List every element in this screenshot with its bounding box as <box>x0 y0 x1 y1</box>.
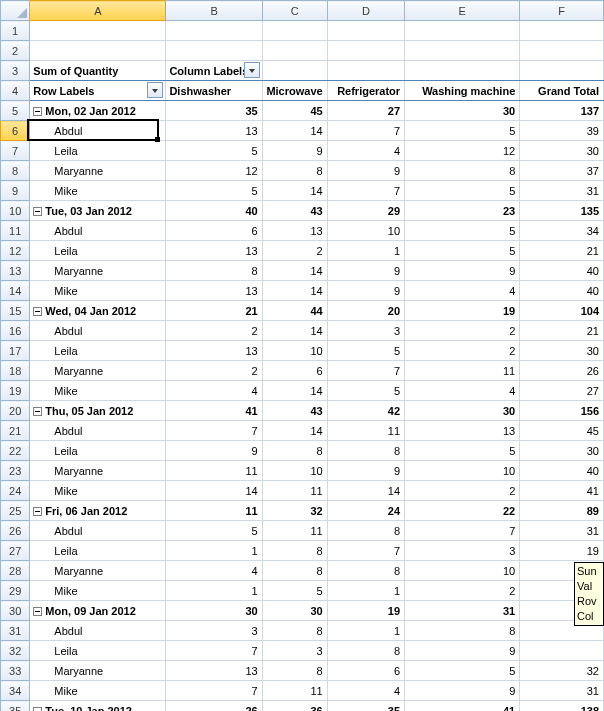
pivot-value[interactable]: 8 <box>405 161 520 181</box>
pivot-value[interactable]: 135 <box>520 201 604 221</box>
pivot-value[interactable]: 89 <box>520 501 604 521</box>
pivot-child-row[interactable]: Abdul <box>30 221 166 241</box>
pivot-value[interactable]: 104 <box>520 301 604 321</box>
collapse-icon[interactable] <box>33 207 42 216</box>
row-header[interactable]: 25 <box>1 501 30 521</box>
pivot-value[interactable]: 27 <box>327 101 404 121</box>
pivot-value[interactable]: 19 <box>327 601 404 621</box>
pivot-value[interactable]: 11 <box>262 681 327 701</box>
pivot-value[interactable]: 7 <box>166 421 262 441</box>
pivot-value[interactable]: 13 <box>262 221 327 241</box>
pivot-value[interactable]: 13 <box>166 341 262 361</box>
pivot-column-label[interactable]: Microwave <box>262 81 327 101</box>
pivot-value[interactable]: 9 <box>327 461 404 481</box>
pivot-value[interactable]: 8 <box>262 441 327 461</box>
pivot-value[interactable]: 5 <box>166 521 262 541</box>
row-header[interactable]: 32 <box>1 641 30 661</box>
row-header[interactable]: 11 <box>1 221 30 241</box>
pivot-value[interactable]: 26 <box>520 361 604 381</box>
pivot-child-row[interactable]: Abdul <box>30 521 166 541</box>
pivot-group-row[interactable]: Fri, 06 Jan 2012 <box>30 501 166 521</box>
cell[interactable] <box>30 21 166 41</box>
row-header[interactable]: 5 <box>1 101 30 121</box>
cell[interactable] <box>262 61 327 81</box>
cell[interactable] <box>327 61 404 81</box>
pivot-value[interactable]: 10 <box>405 461 520 481</box>
pivot-value[interactable]: 8 <box>327 521 404 541</box>
pivot-value[interactable]: 9 <box>166 441 262 461</box>
col-header-A[interactable]: A <box>30 1 166 21</box>
collapse-icon[interactable] <box>33 607 42 616</box>
pivot-value[interactable]: 39 <box>520 121 604 141</box>
pivot-value[interactable]: 8 <box>262 561 327 581</box>
row-header[interactable]: 16 <box>1 321 30 341</box>
row-header[interactable]: 26 <box>1 521 30 541</box>
row-header[interactable]: 30 <box>1 601 30 621</box>
pivot-child-row[interactable]: Abdul <box>30 621 166 641</box>
pivot-value[interactable]: 10 <box>262 461 327 481</box>
pivot-child-row[interactable]: Leila <box>30 241 166 261</box>
pivot-column-label[interactable]: Grand Total <box>520 81 604 101</box>
pivot-value[interactable]: 14 <box>262 181 327 201</box>
pivot-value[interactable]: 3 <box>166 621 262 641</box>
pivot-value[interactable]: 4 <box>405 381 520 401</box>
pivot-value[interactable]: 19 <box>520 541 604 561</box>
pivot-column-labels[interactable]: Column Labels <box>166 61 262 81</box>
cell[interactable] <box>405 21 520 41</box>
pivot-value[interactable]: 7 <box>327 121 404 141</box>
pivot-value[interactable]: 1 <box>327 581 404 601</box>
pivot-value[interactable]: 2 <box>405 581 520 601</box>
pivot-value[interactable]: 5 <box>262 581 327 601</box>
pivot-value[interactable]: 40 <box>520 281 604 301</box>
row-header[interactable]: 22 <box>1 441 30 461</box>
pivot-value[interactable]: 11 <box>166 501 262 521</box>
pivot-value[interactable]: 8 <box>166 261 262 281</box>
row-header[interactable]: 20 <box>1 401 30 421</box>
row-header[interactable]: 34 <box>1 681 30 701</box>
cell[interactable] <box>405 41 520 61</box>
pivot-value[interactable]: 6 <box>166 221 262 241</box>
pivot-value[interactable]: 2 <box>262 241 327 261</box>
row-header[interactable]: 13 <box>1 261 30 281</box>
pivot-value[interactable]: 5 <box>405 441 520 461</box>
pivot-group-row[interactable]: Mon, 09 Jan 2012 <box>30 601 166 621</box>
pivot-child-row[interactable]: Maryanne <box>30 361 166 381</box>
pivot-value[interactable]: 44 <box>262 301 327 321</box>
filter-dropdown-icon[interactable] <box>244 62 260 78</box>
pivot-child-row[interactable]: Mike <box>30 581 166 601</box>
pivot-value[interactable]: 8 <box>327 441 404 461</box>
pivot-child-row[interactable]: Maryanne <box>30 561 166 581</box>
row-header[interactable]: 27 <box>1 541 30 561</box>
pivot-value[interactable]: 9 <box>405 681 520 701</box>
pivot-value[interactable]: 11 <box>405 361 520 381</box>
pivot-value[interactable]: 11 <box>327 421 404 441</box>
pivot-value[interactable]: 26 <box>166 701 262 712</box>
pivot-value[interactable]: 137 <box>520 101 604 121</box>
pivot-child-row[interactable]: Mike <box>30 481 166 501</box>
pivot-group-row[interactable]: Thu, 05 Jan 2012 <box>30 401 166 421</box>
pivot-value[interactable]: 30 <box>520 341 604 361</box>
cell[interactable] <box>520 21 604 41</box>
pivot-value[interactable]: 40 <box>166 201 262 221</box>
pivot-value[interactable]: 40 <box>520 461 604 481</box>
row-header[interactable]: 19 <box>1 381 30 401</box>
pivot-value[interactable]: 30 <box>166 601 262 621</box>
pivot-value[interactable]: 13 <box>405 421 520 441</box>
spreadsheet-viewport[interactable]: A B C D E F 123Sum of QuantityColumn Lab… <box>0 0 604 711</box>
pivot-value[interactable]: 4 <box>166 381 262 401</box>
select-all-corner[interactable] <box>1 1 30 21</box>
collapse-icon[interactable] <box>33 507 42 516</box>
pivot-column-label[interactable]: Refrigerator <box>327 81 404 101</box>
pivot-group-row[interactable]: Mon, 02 Jan 2012 <box>30 101 166 121</box>
pivot-value[interactable]: 30 <box>262 601 327 621</box>
column-header-row[interactable]: A B C D E F <box>1 1 604 21</box>
pivot-value[interactable]: 31 <box>520 181 604 201</box>
pivot-value[interactable]: 5 <box>166 141 262 161</box>
pivot-child-row[interactable]: Leila <box>30 141 166 161</box>
pivot-value[interactable]: 11 <box>166 461 262 481</box>
pivot-value[interactable]: 12 <box>166 161 262 181</box>
pivot-value[interactable]: 3 <box>262 641 327 661</box>
pivot-value[interactable]: 35 <box>166 101 262 121</box>
pivot-value[interactable]: 3 <box>405 541 520 561</box>
pivot-child-row[interactable]: Leila <box>30 341 166 361</box>
